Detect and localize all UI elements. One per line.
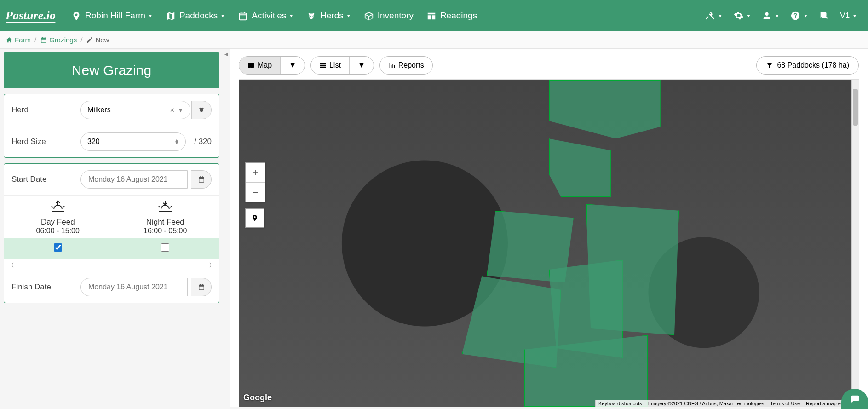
nav-inventory[interactable]: Inventory bbox=[357, 0, 420, 31]
gear-icon bbox=[734, 11, 744, 21]
map-view-button[interactable]: Map bbox=[239, 57, 281, 74]
chart-icon bbox=[388, 62, 396, 69]
start-date-calendar-button[interactable] bbox=[191, 170, 212, 189]
top-navbar: Pasture.io Robin Hill Farm ▼ Paddocks ▼ … bbox=[0, 0, 868, 31]
map-terms[interactable]: Terms of Use bbox=[767, 400, 803, 407]
paddock-summary-label: 68 Paddocks (178 ha) bbox=[777, 61, 849, 69]
map-view-dropdown[interactable]: ▼ bbox=[281, 57, 305, 74]
map-imagery-credit: Imagery ©2021 CNES / Airbus, Maxar Techn… bbox=[645, 400, 767, 407]
breadcrumb: Farm / Grazings / New bbox=[0, 31, 868, 49]
zoom-in-button[interactable]: + bbox=[246, 163, 265, 182]
calendar-icon bbox=[198, 176, 205, 183]
svg-line-1 bbox=[52, 206, 53, 207]
nav-activities-label: Activities bbox=[252, 11, 286, 21]
map-icon bbox=[166, 10, 176, 21]
chat-icon bbox=[819, 11, 829, 21]
zoom-out-button[interactable]: − bbox=[246, 182, 265, 202]
breadcrumb-current: New bbox=[86, 36, 109, 44]
map-scrollbar[interactable] bbox=[851, 80, 859, 407]
version-menu[interactable]: V1 ▼ bbox=[834, 11, 862, 20]
reports-view-button[interactable]: Reports bbox=[380, 57, 432, 74]
start-date-row: Start Date Monday 16 August 2021 bbox=[4, 164, 219, 196]
cow-icon bbox=[198, 106, 205, 114]
night-feed-col: Night Feed 16:00 - 05:00 bbox=[112, 196, 219, 238]
edit-icon bbox=[86, 36, 93, 44]
list-view-button[interactable]: List bbox=[311, 57, 350, 74]
svg-line-2 bbox=[63, 206, 64, 207]
map-canvas[interactable]: + − Google Keyboard shortcuts Imagery ©2… bbox=[239, 79, 859, 407]
map-view-group: Map ▼ bbox=[239, 56, 305, 75]
spinner-icon[interactable]: ▲▼ bbox=[174, 139, 179, 144]
herd-row: Herd Milkers ✕ ▼ bbox=[4, 94, 219, 126]
nav-right-cluster: ▼ ▼ ▼ ▼ V1 ▼ bbox=[700, 11, 862, 21]
brand-logo[interactable]: Pasture.io bbox=[6, 9, 56, 23]
nav-paddocks[interactable]: Paddocks ▼ bbox=[159, 0, 231, 31]
day-feed-checkbox[interactable] bbox=[54, 243, 62, 252]
nav-readings[interactable]: Readings bbox=[420, 0, 483, 31]
pin-icon bbox=[71, 10, 81, 21]
pin-icon bbox=[251, 214, 259, 222]
locate-button[interactable] bbox=[245, 208, 264, 228]
cow-icon bbox=[306, 10, 316, 21]
nav-farm-selector[interactable]: Robin Hill Farm ▼ bbox=[65, 0, 159, 31]
tools-menu[interactable]: ▼ bbox=[700, 11, 728, 21]
chat-button[interactable] bbox=[813, 11, 834, 21]
account-menu[interactable]: ▼ bbox=[756, 11, 785, 21]
caret-down-icon: ▼ bbox=[747, 13, 751, 18]
breadcrumb-grazings[interactable]: Grazings bbox=[40, 36, 77, 44]
list-view-group: List ▼ bbox=[310, 56, 374, 75]
help-menu[interactable]: ▼ bbox=[785, 11, 813, 21]
clear-icon[interactable]: ✕ bbox=[170, 107, 175, 114]
herd-addon-button[interactable] bbox=[191, 101, 212, 119]
feed-next-button[interactable]: 〉 bbox=[209, 261, 215, 270]
tools-icon bbox=[705, 11, 715, 21]
finish-date-input[interactable]: Monday 16 August 2021 bbox=[80, 278, 188, 296]
herd-size-input[interactable]: 320 ▲▼ bbox=[80, 132, 186, 151]
panel-resizer[interactable]: ◀ bbox=[223, 49, 230, 407]
paddock-overlay bbox=[239, 80, 859, 407]
breadcrumb-farm[interactable]: Farm bbox=[6, 36, 31, 44]
panel-title: New Grazing bbox=[4, 52, 219, 88]
list-view-dropdown[interactable]: ▼ bbox=[350, 57, 374, 74]
caret-down-icon: ▼ bbox=[220, 13, 225, 18]
herd-selected-value: Milkers bbox=[87, 106, 111, 114]
version-label: V1 bbox=[840, 11, 850, 20]
nav-herds[interactable]: Herds ▼ bbox=[300, 0, 357, 31]
google-logo: Google bbox=[243, 393, 272, 403]
map-view-label: Map bbox=[258, 61, 272, 69]
night-feed-checkbox[interactable] bbox=[161, 243, 169, 252]
calendar-icon bbox=[238, 10, 248, 21]
map-keyboard-shortcuts[interactable]: Keyboard shortcuts bbox=[595, 400, 645, 407]
herd-select[interactable]: Milkers ✕ ▼ bbox=[80, 101, 190, 119]
nav-activities[interactable]: Activities ▼ bbox=[231, 0, 300, 31]
table-icon bbox=[426, 10, 437, 21]
sunset-icon bbox=[112, 200, 219, 217]
settings-menu[interactable]: ▼ bbox=[728, 11, 757, 21]
herd-size-row: Herd Size 320 ▲▼ / 320 bbox=[4, 126, 219, 157]
caret-down-icon: ▼ bbox=[852, 13, 857, 18]
paddock-filter-badge[interactable]: 68 Paddocks (178 ha) bbox=[756, 56, 859, 75]
finish-date-calendar-button[interactable] bbox=[191, 278, 212, 296]
filter-icon bbox=[766, 62, 773, 69]
herd-size-value: 320 bbox=[87, 138, 100, 146]
day-feed-label: Day Feed bbox=[4, 218, 112, 227]
nav-herds-label: Herds bbox=[320, 11, 344, 21]
nav-farm-label: Robin Hill Farm bbox=[85, 11, 145, 21]
herd-size-total: / 320 bbox=[194, 137, 212, 146]
start-date-label: Start Date bbox=[11, 175, 80, 184]
feed-prev-button[interactable]: 〈 bbox=[8, 261, 14, 270]
help-icon bbox=[790, 11, 800, 21]
workspace: New Grazing Herd Milkers ✕ ▼ bbox=[0, 49, 868, 407]
user-icon bbox=[762, 11, 772, 21]
caret-down-icon[interactable]: ▼ bbox=[178, 107, 184, 114]
table-icon bbox=[319, 62, 327, 69]
breadcrumb-farm-label: Farm bbox=[15, 36, 31, 44]
start-date-input[interactable]: Monday 16 August 2021 bbox=[80, 170, 188, 189]
box-icon bbox=[364, 10, 374, 21]
breadcrumb-current-label: New bbox=[95, 36, 109, 44]
day-feed-time: 06:00 - 15:00 bbox=[4, 227, 112, 235]
feed-check-row bbox=[4, 238, 219, 259]
breadcrumb-sep: / bbox=[80, 36, 82, 44]
caret-down-icon: ▼ bbox=[148, 13, 153, 18]
caret-down-icon: ▼ bbox=[803, 13, 808, 18]
